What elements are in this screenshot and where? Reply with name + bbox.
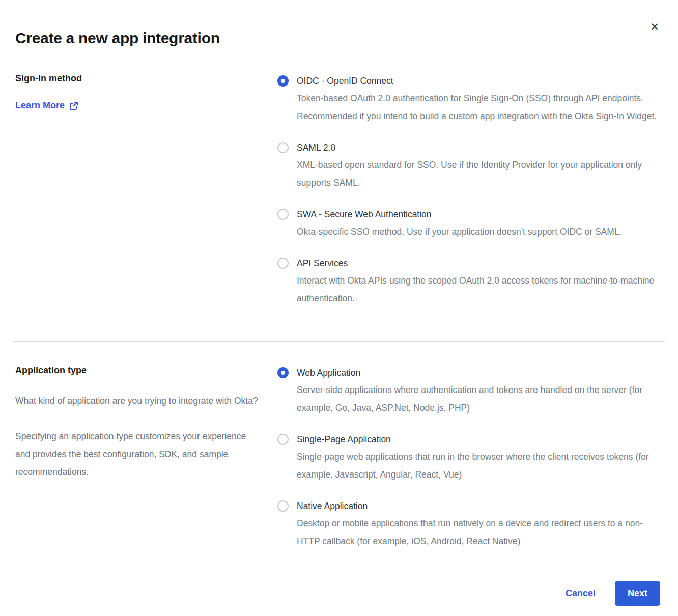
- application-type-help-text: Specifying an application type customize…: [15, 428, 260, 481]
- application-type-options: Web Application Server-side applications…: [277, 364, 663, 550]
- option-title: Single-Page Application: [297, 431, 661, 448]
- signin-method-label: Sign-in method: [15, 73, 277, 84]
- section-divider: [13, 341, 665, 342]
- signin-method-options: OIDC - OpenID Connect Token-based OAuth …: [277, 72, 663, 307]
- signin-method-section: Sign-in method Learn More OIDC - OpenID …: [15, 72, 663, 307]
- option-title: SAML 2.0: [297, 139, 661, 156]
- radio-icon[interactable]: [277, 434, 289, 445]
- next-button[interactable]: Next: [615, 581, 660, 606]
- application-type-label: Application type: [15, 365, 277, 376]
- option-web-application[interactable]: Web Application Server-side applications…: [277, 364, 663, 417]
- create-app-integration-modal: ✕ Create a new app integration Sign-in m…: [0, 0, 678, 616]
- option-description: XML-based open standard for SSO. Use if …: [297, 156, 661, 192]
- radio-icon[interactable]: [277, 209, 289, 220]
- radio-icon[interactable]: [277, 367, 289, 378]
- modal-footer: Cancel Next: [15, 581, 663, 606]
- option-oidc[interactable]: OIDC - OpenID Connect Token-based OAuth …: [277, 72, 663, 125]
- learn-more-label: Learn More: [15, 100, 65, 111]
- radio-icon[interactable]: [277, 500, 289, 512]
- learn-more-link[interactable]: Learn More: [15, 100, 78, 111]
- application-type-section: Application type What kind of applicatio…: [15, 364, 663, 550]
- option-description: Desktop or mobile applications that run …: [297, 515, 661, 550]
- option-description: Server-side applications where authentic…: [297, 381, 661, 417]
- option-single-page-application[interactable]: Single-Page Application Single-page web …: [277, 431, 663, 484]
- option-title: SWA - Secure Web Authentication: [297, 206, 622, 223]
- radio-icon[interactable]: [277, 142, 289, 153]
- option-title: OIDC - OpenID Connect: [297, 72, 661, 90]
- option-swa[interactable]: SWA - Secure Web Authentication Okta-spe…: [277, 206, 663, 241]
- application-type-question: What kind of application are you trying …: [15, 392, 260, 410]
- option-title: Web Application: [297, 364, 661, 381]
- option-title: API Services: [297, 255, 661, 272]
- radio-icon[interactable]: [277, 75, 289, 87]
- page-title: Create a new app integration: [15, 30, 663, 47]
- option-description: Token-based OAuth 2.0 authentication for…: [297, 90, 661, 125]
- option-native-application[interactable]: Native Application Desktop or mobile app…: [277, 497, 663, 550]
- option-description: Interact with Okta APIs using the scoped…: [297, 272, 661, 307]
- option-description: Single-page web applications that run in…: [297, 448, 661, 484]
- option-description: Okta-specific SSO method. Use if your ap…: [297, 223, 622, 241]
- cancel-button[interactable]: Cancel: [566, 588, 596, 599]
- option-title: Native Application: [297, 497, 661, 515]
- external-link-icon: [69, 101, 78, 110]
- radio-icon[interactable]: [277, 258, 289, 269]
- option-saml[interactable]: SAML 2.0 XML-based open standard for SSO…: [277, 139, 663, 192]
- close-icon[interactable]: ✕: [647, 19, 662, 34]
- option-api-services[interactable]: API Services Interact with Okta APIs usi…: [277, 255, 663, 307]
